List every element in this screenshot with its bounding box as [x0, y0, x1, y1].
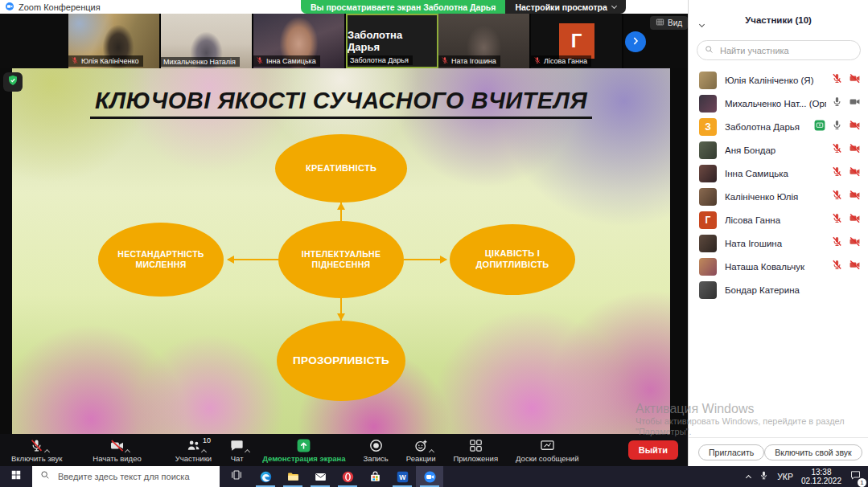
participant-status-icons	[831, 166, 861, 181]
mic-muted-icon	[71, 56, 79, 66]
thumbnail-name: Ната Ігошина	[451, 57, 496, 65]
thumbnail-name: Юлія Калініченко	[81, 57, 139, 65]
tray-microphone-icon[interactable]	[759, 469, 769, 484]
diagram-node-nonstandard-thinking: НЕСТАНДАРТНІСТЬ МИСЛЕННЯ	[98, 223, 224, 297]
windows-logo-icon	[10, 469, 22, 484]
toolbar-share-button[interactable]: Демонстрация экрана	[257, 434, 350, 466]
mic-muted-icon	[533, 56, 541, 66]
toolbar-reactions-button[interactable]: Реакции	[401, 434, 441, 466]
participant-row-6[interactable]: Калініченко Юлія	[689, 185, 868, 208]
camera-off-icon	[849, 119, 861, 134]
taskbar-search-input[interactable]	[56, 471, 212, 482]
taskbar-mail-icon[interactable]	[306, 466, 334, 487]
people-icon: 10	[186, 438, 201, 453]
video-strip: Юлія КалініченкоМихальченко НаталіяІнна …	[0, 14, 688, 68]
zoom-logo-icon	[5, 0, 14, 14]
participant-name: Наташа Ковальчук	[725, 262, 826, 272]
thumbnail-name-label: Ната Ігошина	[438, 55, 500, 67]
video-thumbnail-5[interactable]: Ната Ігошина	[438, 14, 531, 68]
camera-off-icon	[849, 166, 861, 181]
mic-muted-icon	[831, 259, 843, 274]
system-tray: УКР 13:38 02.12.2022 1	[747, 466, 868, 487]
participant-role-tag: (Организатор)	[809, 99, 826, 108]
clock-time: 13:38	[801, 468, 841, 477]
participant-row-3[interactable]: ЗЗаболотна Дарья	[689, 115, 868, 138]
participant-count-badge: 10	[203, 436, 211, 444]
start-button[interactable]	[0, 466, 32, 487]
taskbar-opera-icon[interactable]	[334, 466, 361, 487]
toolbar-chat-button[interactable]: Чат	[224, 434, 249, 466]
thumbnail-name-label: Заболотна Дарья	[348, 55, 413, 65]
chevron-up-icon[interactable]	[125, 444, 130, 456]
participant-search-input[interactable]	[718, 45, 854, 56]
chevron-up-icon[interactable]	[245, 444, 249, 456]
participant-row-1[interactable]: Юлія Калініченко (Я)	[689, 68, 868, 92]
video-thumbnail-4[interactable]: Заболотна ДарьяЗаболотна Дарья	[346, 14, 438, 68]
participants-panel-title: Участники (10)	[745, 15, 812, 25]
participant-row-9[interactable]: Наташа Ковальчук	[689, 255, 868, 278]
participant-name: Бондар Катерина	[725, 285, 856, 295]
diagram-node-insight: ПРОЗОРЛИВІСТЬ	[277, 321, 405, 401]
chevron-up-icon[interactable]	[202, 444, 206, 456]
participant-row-7[interactable]: ГЛісова Ганна	[689, 208, 868, 231]
mic-muted-icon	[256, 56, 264, 66]
action-center-button[interactable]: 1	[849, 469, 862, 485]
thumbnail-name: Заболотна Дарья	[350, 56, 409, 64]
toolbar-record-button[interactable]: Запись	[359, 434, 393, 466]
taskbar-clock[interactable]: 13:38 02.12.2022	[801, 468, 841, 485]
chevron-down-icon	[611, 3, 617, 9]
smile-icon	[413, 438, 429, 453]
toolbar-participants-button[interactable]: 10Участники	[171, 434, 216, 466]
taskbar-word-icon[interactable]: W	[389, 466, 416, 487]
video-thumbnail-3[interactable]: Інна Самицька	[253, 14, 346, 68]
view-settings-button[interactable]: Настройки просмотра	[505, 0, 625, 14]
participant-status-icons	[831, 212, 861, 227]
mic-muted-icon	[831, 166, 843, 181]
toolbar-unmute-button[interactable]: Включить звук	[6, 434, 67, 466]
taskbar-zoom-icon[interactable]	[416, 466, 443, 487]
participant-status-icons	[814, 119, 861, 134]
participant-row-8[interactable]: Ната Ігошина	[689, 231, 868, 255]
video-thumbnail-6[interactable]: ГЛісова Ганна	[531, 14, 623, 68]
participant-avatar	[699, 95, 717, 113]
participants-panel-footer: Пригласить Включить свой звук	[689, 437, 868, 466]
unmute-self-button[interactable]: Включить свой звук	[764, 444, 862, 460]
participant-name: Юлія Калініченко (Я)	[725, 76, 826, 85]
task-view-button[interactable]	[223, 466, 250, 487]
apps-icon	[468, 438, 483, 453]
participant-status-icons	[831, 235, 861, 251]
leave-meeting-button[interactable]: Выйти	[628, 440, 678, 460]
viewing-screen-banner: Вы просматриваете экран Заболотна Дарья	[301, 0, 505, 14]
avatar-letter: Г	[559, 23, 594, 59]
screen-sharing-icon	[814, 120, 825, 134]
participant-row-2[interactable]: Михальченко Нат... (Организатор)	[689, 92, 868, 115]
language-indicator[interactable]: УКР	[777, 472, 793, 481]
diagram-node-curiosity: ЦІКАВІСТЬ І ДОПИТЛИВІСТЬ	[450, 224, 575, 295]
camera-off-icon	[849, 235, 861, 251]
taskbar-store-icon[interactable]	[361, 466, 389, 487]
participant-avatar	[699, 165, 717, 182]
taskbar-edge-icon[interactable]	[252, 466, 279, 487]
tray-chevron-up-icon[interactable]	[746, 475, 751, 481]
grid-view-icon	[656, 18, 664, 28]
toolbar-label: Доски сообщений	[516, 454, 578, 463]
next-page-arrow-button[interactable]	[625, 31, 646, 52]
toolbar-start-video-button[interactable]: Начать видео	[88, 434, 146, 466]
camera-off-icon	[849, 72, 861, 88]
toolbar-label: Приложения	[453, 454, 498, 463]
participant-name: Лісова Ганна	[725, 215, 826, 225]
security-shield-icon[interactable]	[3, 72, 23, 92]
toolbar-whiteboards-button[interactable]: Доски сообщений	[511, 434, 583, 466]
chevron-up-icon[interactable]	[45, 444, 49, 456]
toolbar-apps-button[interactable]: Приложения	[448, 434, 503, 466]
invite-button[interactable]: Пригласить	[698, 444, 764, 460]
view-layout-button[interactable]: Вид	[650, 16, 688, 30]
participant-row-10[interactable]: Бондар Катерина	[689, 278, 868, 301]
taskbar-search-box	[32, 466, 220, 487]
participant-row-5[interactable]: Інна Самицька	[689, 162, 868, 185]
video-thumbnail-1[interactable]: Юлія Калініченко	[68, 14, 161, 68]
chevron-up-icon[interactable]	[430, 444, 434, 456]
video-thumbnail-2[interactable]: Михальченко Наталія	[161, 14, 253, 68]
participant-row-4[interactable]: Аня Бондар	[689, 138, 868, 162]
taskbar-explorer-icon[interactable]	[279, 466, 306, 487]
